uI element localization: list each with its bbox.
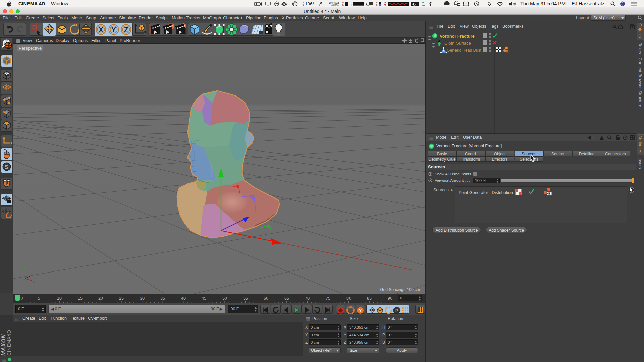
svg-text:5: 5	[38, 296, 40, 301]
svg-text:N: N	[303, 5, 304, 6]
svg-text:35: 35	[160, 296, 165, 301]
svg-text:30: 30	[140, 296, 145, 301]
svg-text:45: 45	[202, 296, 206, 301]
svg-text:20: 20	[98, 296, 103, 301]
svg-text:25: 25	[119, 296, 124, 301]
svg-text:Z: Z	[124, 26, 128, 34]
svg-text:100.4KB/s: 100.4KB/s	[329, 2, 339, 4]
svg-text:136°: 136°	[305, 1, 314, 6]
svg-text:M: M	[342, 5, 344, 6]
svg-text:10: 10	[57, 296, 62, 301]
svg-text:40: 40	[181, 296, 186, 301]
svg-text:55: 55	[243, 296, 248, 301]
svg-text:Y: Y	[111, 26, 116, 34]
svg-text:0: 0	[21, 296, 23, 301]
svg-text:60: 60	[264, 296, 268, 301]
svg-text:90: 90	[388, 296, 392, 301]
svg-text:65: 65	[284, 296, 289, 301]
svg-text:80: 80	[346, 296, 351, 301]
svg-text:X: X	[99, 26, 103, 34]
svg-text:15: 15	[78, 296, 83, 301]
svg-text:85: 85	[367, 296, 372, 301]
svg-text:Y: Y	[24, 267, 26, 270]
svg-text:U: U	[351, 5, 352, 6]
svg-text:70: 70	[305, 296, 310, 301]
svg-text:50: 50	[222, 296, 227, 301]
svg-text:P: P	[395, 308, 398, 313]
svg-text:75: 75	[326, 296, 330, 301]
svg-text:S: S	[5, 164, 8, 170]
svg-text:X: X	[33, 280, 35, 284]
svg-text:6.0KB/s: 6.0KB/s	[331, 4, 339, 6]
svg-text:?: ?	[359, 308, 362, 313]
svg-text:D: D	[376, 5, 377, 6]
